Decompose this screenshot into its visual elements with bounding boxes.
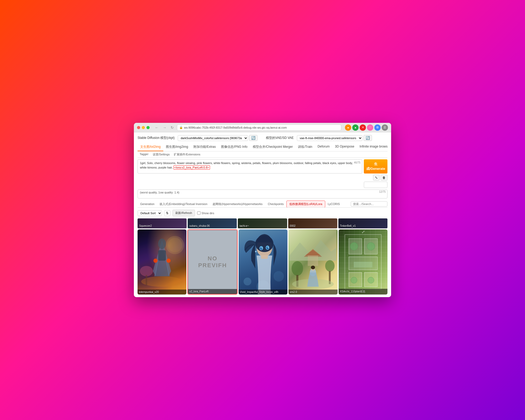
model-refresh-btn[interactable]: 🔄 (249, 135, 258, 141)
svg-point-19 (260, 247, 262, 250)
tab-infinite-browsing[interactable]: Infinite image browsing (357, 143, 387, 151)
svg-rect-48 (354, 262, 372, 267)
extra-input-box[interactable] (364, 182, 387, 188)
top-card-label-0002: 0002 (290, 224, 296, 227)
svg-point-29 (325, 260, 335, 272)
lora-tab-lycoris[interactable]: LyCORIS (325, 201, 343, 207)
prompt-text: 1girl, Solo, cherry blossoms, flower vie… (140, 161, 353, 169)
sub-tab-tagger[interactable]: Tagger (138, 151, 151, 158)
close-traffic-light[interactable] (137, 126, 140, 129)
show-dirs-wrap: Show dirs (197, 211, 214, 215)
vae-refresh-btn[interactable]: 🔄 (364, 135, 372, 141)
traffic-lights (137, 126, 150, 129)
vae-select-wrap: vae-ft-mse-840000-ema-pruned.safetensors… (297, 135, 372, 141)
image-grid-section: Squeezer2 subaru_shuba-06 tachi-e~ 0002 … (138, 218, 387, 295)
minimize-traffic-light[interactable] (142, 126, 145, 129)
sub-tab-extensions[interactable]: 扩展插件/Extensions (172, 151, 202, 158)
lora-card-label-xrs: xrs2.0 (288, 290, 337, 295)
svg-point-24 (255, 251, 256, 252)
browser-icon-1[interactable]: ● (345, 124, 351, 131)
svg-point-44 (350, 243, 358, 250)
vae-label: 模型的VAE/SD VAE (266, 136, 294, 140)
browser-icon-5[interactable]: ⚙ (374, 124, 381, 131)
show-dirs-label: Show dirs (202, 212, 214, 215)
svg-rect-34 (308, 255, 318, 266)
svg-point-12 (244, 278, 251, 286)
lora-card-xrs[interactable]: xrs2.0 (288, 229, 337, 295)
lora-card-vivid[interactable]: Vivid_Impactful_Style_locon_v4h (239, 229, 287, 295)
tab-checkpoint-merger[interactable]: 模型合并/Checkpoint Merger (250, 143, 296, 151)
tab-deforum[interactable]: Deforum (315, 143, 332, 151)
tab-pnginfo[interactable]: 图像信息/PNG Info (218, 143, 250, 151)
lora-tab-generation[interactable]: Generation (138, 201, 157, 207)
model-label: Stable Diffusion 模型(ckpt) (138, 136, 175, 140)
extra-action-btn-1[interactable]: ⤡ (373, 175, 380, 181)
top-card-label-tachie: tachi-e~ (239, 224, 249, 227)
top-card-label-squeezer2: Squeezer2 (139, 224, 152, 227)
browser-icon-4[interactable]: ♡ (367, 124, 373, 131)
svg-rect-11 (146, 275, 147, 286)
svg-point-37 (311, 266, 315, 269)
tab-txt2img[interactable]: 文生图/txt2img (138, 143, 163, 151)
tab-extras[interactable]: 附加功能/Extras (191, 143, 218, 151)
show-dirs-checkbox[interactable] (197, 211, 201, 215)
svg-point-4 (153, 259, 158, 263)
model-row: Stable Diffusion 模型(ckpt) darkSushiMixMi… (138, 135, 387, 141)
tab-img2img[interactable]: 图生图/img2img (163, 143, 191, 151)
svg-point-20 (266, 246, 269, 249)
top-card-label-tinkerbell: TinkerBell_v1 (340, 224, 356, 227)
sort-select[interactable]: Default Sort (138, 210, 162, 216)
tab-train[interactable]: 训练/Train (295, 143, 315, 151)
back-button[interactable]: ← (154, 125, 160, 130)
sd-container: Stable Diffusion 模型(ckpt) darkSushiMixMi… (134, 132, 391, 297)
browser-icon-3[interactable]: ✕ (360, 124, 366, 131)
svg-point-0 (141, 276, 183, 287)
negative-counter: 12/75 (379, 190, 386, 193)
lora-card-label-xsarchi: XSArchi_110plan彩总 (339, 289, 387, 295)
maximize-traffic-light[interactable] (146, 126, 150, 129)
top-cards-row: Squeezer2 subaru_shuba-06 tachi-e~ 0002 … (138, 218, 387, 228)
sort-row: Default Sort ⇅ 刷新/Refresh Show dirs (138, 210, 387, 216)
sub-tabs: Tagger 设置/Settings 扩展插件/Extensions (138, 151, 387, 158)
svg-rect-6 (158, 250, 166, 261)
lora-card-label-vivid: Vivid_Impactful_Style_locon_v4h (239, 290, 287, 295)
top-card-squeezer2[interactable]: Squeezer2 (138, 218, 187, 228)
lora-tab-hypernetworks[interactable]: 超网络(Hypernetworks)/Hypernetworks (210, 201, 265, 207)
lora-cards-row: totempunkai_v20 NOPREVIFH v2_lora_PanLef… (138, 229, 387, 295)
refresh-lora-button[interactable]: 刷新/Refresh (172, 210, 195, 216)
browser-icon-2[interactable]: ● (352, 124, 359, 131)
lora-card-totempunkai[interactable]: totempunkai_v20 (138, 229, 186, 295)
tab-3dopenpose[interactable]: 3D Openpose (332, 143, 357, 151)
model-select[interactable]: darkSushiMixMix_colorful.safetensors [96… (178, 135, 248, 141)
lora-search-input[interactable] (351, 201, 387, 207)
svg-point-10 (140, 266, 153, 276)
model-select-wrap: darkSushiMixMix_colorful.safetensors [96… (178, 135, 258, 141)
top-card-tinkerbell[interactable]: TinkerBell_v1 (338, 218, 387, 228)
svg-point-13 (274, 271, 284, 282)
browser-icon-6[interactable]: ☰ (382, 124, 388, 131)
no-preview-text: NOPREVIFH (198, 255, 227, 269)
lora-tab-lora[interactable]: 低秩微调模型(LoRA)/Lora (286, 201, 325, 208)
top-card-label-subaru: subaru_shuba-06 (189, 224, 210, 227)
refresh-button[interactable]: ↻ (170, 125, 175, 130)
browser-icon-group: ● ● ✕ ♡ ⚙ ☰ (345, 124, 388, 131)
sort-toggle-button[interactable]: ⇅ (164, 210, 170, 216)
generate-button[interactable]: 生成/Generate (364, 159, 387, 174)
top-card-tachie[interactable]: tachi-e~ (238, 218, 287, 228)
lora-card-v2lorapanleft[interactable]: NOPREVIFH v2_lora_PanLeft (187, 229, 237, 295)
svg-point-47 (368, 277, 374, 284)
address-bar[interactable]: 🔒 ws-9096cabc-702b-492f-8317-9a509d9dd5c… (177, 124, 341, 131)
vae-select[interactable]: vae-ft-mse-840000-ema-pruned.safetensors (297, 135, 363, 141)
top-card-0002[interactable]: 0002 (288, 218, 337, 228)
lora-card-label-v2lorapanleft: v2_lora_PanLeft (188, 289, 237, 294)
lora-tab-embedding[interactable]: 嵌入式(Embedding)/Textual Inversion (157, 201, 210, 207)
lora-card-label-totempunkai: totempunkai_v20 (138, 290, 186, 295)
lora-card-xsarchi[interactable]: ⤢ ⤡ XSArchi_110plan彩总 (339, 229, 387, 295)
lora-tab-checkpoints[interactable]: Checkpoints (265, 201, 286, 207)
delete-btn[interactable]: 🗑 (381, 175, 387, 181)
forward-button[interactable]: → (162, 125, 167, 130)
sub-tab-settings[interactable]: 设置/Settings (151, 151, 172, 158)
svg-point-45 (367, 243, 375, 250)
top-card-subaru[interactable]: subaru_shuba-06 (188, 218, 237, 228)
svg-point-21 (261, 248, 262, 248)
